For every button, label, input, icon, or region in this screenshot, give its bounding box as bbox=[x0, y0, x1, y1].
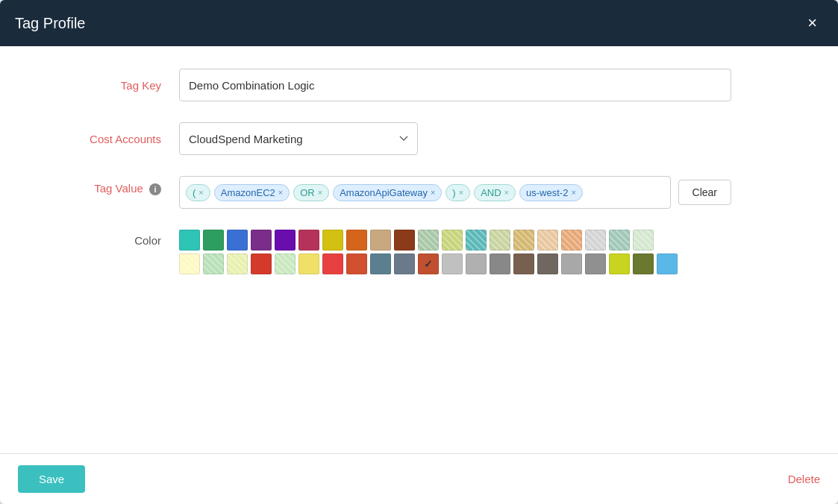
color-swatch[interactable] bbox=[633, 230, 654, 251]
pill-amazonapigateway-close[interactable]: × bbox=[431, 188, 435, 197]
pill-paren-close: ) × bbox=[445, 184, 470, 201]
pill-paren-open-close[interactable]: × bbox=[198, 188, 203, 197]
color-swatch[interactable] bbox=[346, 230, 367, 251]
color-swatch[interactable] bbox=[585, 230, 606, 251]
cost-accounts-row: Cost Accounts CloudSpend Marketing All A… bbox=[45, 122, 793, 155]
color-swatch[interactable] bbox=[275, 230, 296, 251]
color-swatch[interactable] bbox=[370, 230, 391, 251]
tag-value-pills: ( × AmazonEC2 × OR × AmazonApiGateway × bbox=[179, 176, 671, 209]
color-swatch[interactable] bbox=[227, 253, 248, 274]
color-swatch[interactable] bbox=[466, 253, 487, 274]
tag-key-row: Tag Key bbox=[45, 69, 793, 101]
modal-body: Tag Key Cost Accounts CloudSpend Marketi… bbox=[0, 46, 838, 453]
color-swatch[interactable] bbox=[179, 253, 200, 274]
pill-or-close[interactable]: × bbox=[318, 188, 322, 197]
pill-uswest2-close[interactable]: × bbox=[571, 188, 575, 197]
color-swatch[interactable] bbox=[275, 253, 296, 274]
tag-value-row: Tag Value i ( × AmazonEC2 × OR × bbox=[45, 176, 793, 209]
color-grid bbox=[179, 230, 678, 274]
color-swatch[interactable] bbox=[251, 230, 272, 251]
pill-amazonec2-close[interactable]: × bbox=[278, 188, 283, 197]
color-swatch[interactable] bbox=[609, 230, 630, 251]
color-swatch[interactable] bbox=[394, 230, 415, 251]
color-swatch[interactable] bbox=[633, 253, 654, 274]
color-swatch[interactable] bbox=[490, 230, 510, 251]
color-swatch[interactable] bbox=[442, 253, 463, 274]
color-swatch[interactable] bbox=[466, 230, 487, 251]
color-swatch[interactable] bbox=[585, 253, 606, 274]
pill-and: AND × bbox=[474, 184, 516, 201]
save-button[interactable]: Save bbox=[18, 465, 85, 493]
color-swatch[interactable] bbox=[442, 230, 463, 251]
color-swatch[interactable] bbox=[251, 253, 272, 274]
clear-button[interactable]: Clear bbox=[678, 180, 731, 205]
color-swatch[interactable] bbox=[561, 253, 582, 274]
color-swatch[interactable] bbox=[203, 253, 224, 274]
color-row-2 bbox=[179, 253, 678, 274]
cost-accounts-select[interactable]: CloudSpend Marketing All Accounts bbox=[179, 122, 418, 155]
color-swatch[interactable] bbox=[346, 253, 367, 274]
tag-key-label: Tag Key bbox=[45, 79, 179, 92]
color-swatch[interactable] bbox=[418, 230, 439, 251]
color-swatch[interactable] bbox=[490, 253, 510, 274]
pill-or: OR × bbox=[293, 184, 329, 201]
pill-uswest2: us-west-2 × bbox=[519, 184, 583, 201]
color-swatch[interactable] bbox=[179, 230, 200, 251]
color-swatch[interactable] bbox=[322, 253, 343, 274]
tag-key-input[interactable] bbox=[179, 69, 731, 101]
modal-header: Tag Profile × bbox=[0, 0, 838, 46]
pill-and-close[interactable]: × bbox=[504, 188, 509, 197]
color-swatch[interactable] bbox=[561, 230, 582, 251]
color-swatch[interactable] bbox=[394, 253, 415, 274]
color-row-1 bbox=[179, 230, 678, 251]
tag-value-info-icon[interactable]: i bbox=[149, 183, 161, 195]
tag-profile-modal: Tag Profile × Tag Key Cost Accounts Clou… bbox=[0, 0, 838, 504]
color-swatch-selected[interactable] bbox=[418, 253, 439, 274]
pill-paren-close-close[interactable]: × bbox=[459, 188, 463, 197]
pill-amazonec2: AmazonEC2 × bbox=[214, 184, 290, 201]
pill-paren-open: ( × bbox=[186, 184, 210, 201]
modal-footer: Save Delete bbox=[0, 453, 838, 504]
color-label: Color bbox=[45, 230, 179, 247]
color-row: Color bbox=[45, 230, 793, 274]
color-swatch[interactable] bbox=[370, 253, 391, 274]
modal-title: Tag Profile bbox=[15, 15, 86, 32]
color-swatch[interactable] bbox=[298, 230, 319, 251]
color-swatch[interactable] bbox=[657, 253, 678, 274]
color-swatch[interactable] bbox=[203, 230, 224, 251]
color-swatch[interactable] bbox=[513, 230, 534, 251]
delete-button[interactable]: Delete bbox=[788, 473, 820, 485]
color-swatch[interactable] bbox=[609, 253, 630, 274]
color-swatch[interactable] bbox=[322, 230, 343, 251]
color-swatch[interactable] bbox=[537, 253, 558, 274]
tag-value-container: ( × AmazonEC2 × OR × AmazonApiGateway × bbox=[179, 176, 731, 209]
close-button[interactable]: × bbox=[801, 12, 823, 34]
pill-amazonapigateway: AmazonApiGateway × bbox=[333, 184, 442, 201]
cost-accounts-label: Cost Accounts bbox=[45, 133, 179, 145]
color-swatch[interactable] bbox=[537, 230, 558, 251]
tag-value-label: Tag Value i bbox=[45, 176, 179, 195]
color-swatch[interactable] bbox=[513, 253, 534, 274]
color-swatch[interactable] bbox=[227, 230, 248, 251]
color-swatch[interactable] bbox=[298, 253, 319, 274]
